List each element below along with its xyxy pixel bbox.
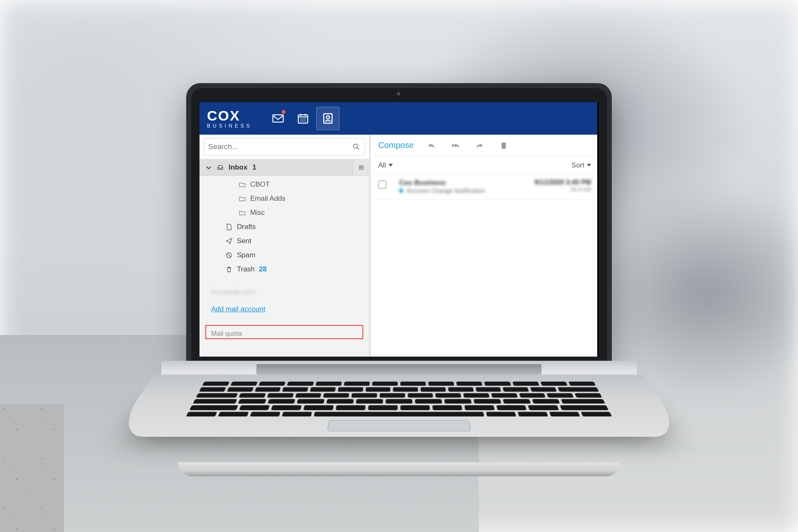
brand-name: COX [207,108,252,123]
unread-dot-icon [399,189,403,193]
filter-all-button[interactable]: All [378,161,393,170]
message-checkbox[interactable] [378,180,387,189]
screen-edge [597,102,598,357]
message-from: Cox Business [399,179,530,187]
folder-menu-button[interactable] [352,159,369,175]
trash-count: 28 [259,265,267,273]
svg-rect-0 [273,115,283,122]
message-subject-line: Account Change Notification [399,187,530,194]
drafts-icon [224,223,234,231]
filter-label: All [378,161,386,170]
laptop-hinge-dark [256,364,542,375]
inbox-icon [214,164,226,171]
inbox-label: Inbox [229,163,247,172]
search-icon [352,143,360,151]
chevron-down-icon[interactable] [203,164,214,171]
hamburger-icon [357,164,365,171]
add-mail-account[interactable]: Add mail account [200,299,369,318]
trash-icon [499,141,508,150]
subfolder-misc[interactable]: Misc [200,206,369,220]
account-name: lvcoxmail.com [200,281,369,299]
reply-all-button[interactable] [449,139,462,152]
inbox-count: 1 [252,163,256,172]
subfolder-label: CBOT [250,180,270,189]
message-date: 9/11/2020 3:45 PM [534,179,591,186]
list-header: All Sort [371,156,598,175]
laptop: COX BUSINESS [161,83,637,482]
laptop-screen: COX BUSINESS [200,102,598,357]
laptop-camera [396,91,402,97]
sent-icon [224,237,234,245]
message-size: 26.6 KB [534,186,591,193]
app-body: Inbox 1 CBOT [200,135,598,357]
laptop-lid: COX BUSINESS [186,83,612,374]
spam-icon [224,251,234,259]
folder-sent[interactable]: Sent [200,234,369,248]
mail-notification-dot [282,110,286,114]
svg-point-3 [326,116,330,119]
laptop-deck [112,375,686,437]
background-ledge-side [0,404,64,532]
compose-button[interactable]: Compose [378,140,414,150]
folder-icon [237,209,248,217]
nav-mail-icon[interactable] [266,107,290,130]
add-mail-account-link[interactable]: Add mail account [211,305,265,313]
chevron-down-icon [389,164,393,167]
folder-icon [237,195,248,202]
main-pane: Compose [371,135,598,357]
reply-icon [427,141,436,150]
nav-calendar-icon[interactable] [291,107,315,130]
brand-logo: COX BUSINESS [207,108,252,128]
mail-quota-label: Mail quota [211,330,242,337]
message-row[interactable]: Cox Business Account Change Notification… [371,175,598,200]
reply-button[interactable] [425,139,438,152]
folder-label: Drafts [237,223,256,231]
sidebar: Inbox 1 CBOT [200,135,369,357]
folder-label: Trash [237,265,255,273]
sort-label: Sort [571,161,584,170]
search-input[interactable] [208,143,352,151]
mail-quota-box: Mail quota [205,325,363,339]
folder-icon [237,181,248,188]
svg-point-4 [353,144,357,148]
nav-contacts-icon[interactable] [316,107,340,130]
laptop-trackpad [327,420,471,431]
subfolder-label: Misc [250,209,265,217]
nav-icons [266,107,340,130]
subfolder-cbot[interactable]: CBOT [200,177,369,192]
folder-trash[interactable]: Trash 28 [200,262,369,276]
folder-label: Sent [237,237,251,245]
delete-button[interactable] [497,139,510,152]
folders-list: CBOT Email Adds Misc [200,176,369,281]
folder-label: Spam [237,251,255,259]
app-titlebar: COX BUSINESS [200,102,598,135]
folder-drafts[interactable]: Drafts [200,220,369,234]
laptop-keyboard [186,382,612,416]
forward-icon [475,141,484,150]
laptop-front-edge [178,462,620,476]
trash-icon [224,266,234,273]
message-toolbar: Compose [371,135,598,156]
forward-button[interactable] [473,139,486,152]
folder-spam[interactable]: Spam [200,248,369,262]
search-box[interactable] [204,138,365,155]
folder-inbox-row[interactable]: Inbox 1 [200,159,369,176]
email-app: COX BUSINESS [200,102,598,357]
brand-subname: BUSINESS [207,123,252,128]
search-wrap [200,135,369,159]
subfolder-email-adds[interactable]: Email Adds [200,192,369,206]
message-subject: Account Change Notification [406,187,485,194]
message-meta: 9/11/2020 3:45 PM 26.6 KB [534,179,591,194]
sort-button[interactable]: Sort [571,161,591,170]
subfolder-label: Email Adds [250,195,286,203]
chevron-down-icon [587,164,591,167]
reply-all-icon [451,141,460,150]
